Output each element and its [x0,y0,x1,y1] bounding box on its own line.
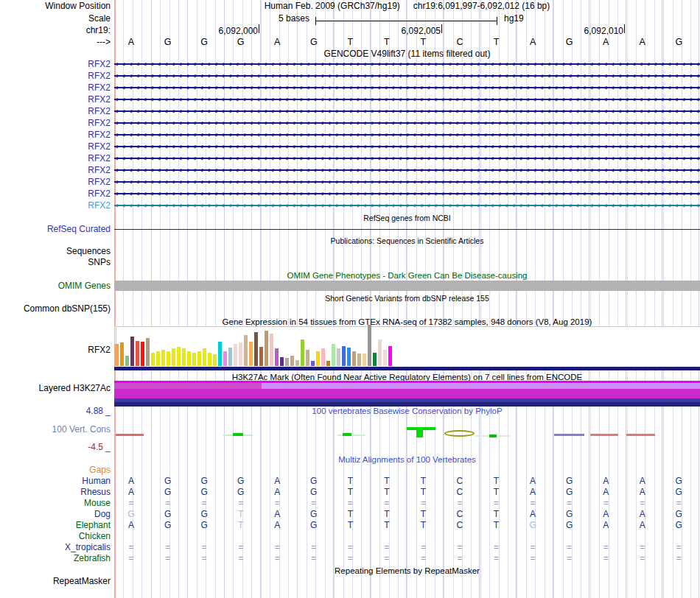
phylop-mark[interactable] [626,434,655,436]
multiz-species-label-dog[interactable]: Dog [94,508,111,520]
gencode-gene-label[interactable]: RFX2 [88,152,111,164]
gencode-gene-label[interactable]: RFX2 [88,164,111,176]
h3k27ac-layer[interactable] [114,389,700,398]
gtex-bar[interactable] [234,344,237,366]
gtex-bar[interactable] [218,342,222,366]
label-omim-genes[interactable]: OMIM Genes [58,280,111,292]
multiz-species-label-elephant[interactable]: Elephant [76,519,111,531]
h3k27ac-layer[interactable] [114,383,262,389]
gtex-bar[interactable] [337,348,340,366]
omim-track-title[interactable]: OMIM Gene Phenotypes - Dark Green Can Be… [114,270,700,281]
gtex-bar[interactable] [378,340,382,366]
phylop-mark[interactable] [416,427,423,437]
gtex-bar[interactable] [254,332,258,366]
multiz-species-label-mouse[interactable]: Mouse [84,497,111,509]
multiz-track-title[interactable]: Multiz Alignments of 100 Vertebrates [114,454,700,465]
phylop-mark[interactable] [590,434,618,436]
gtex-bar[interactable] [342,346,346,366]
gtex-bar[interactable] [187,351,191,366]
h3k27ac-layer[interactable] [262,383,700,389]
gtex-bar[interactable] [259,347,263,366]
gtex-bar[interactable] [182,348,186,366]
gtex-bar[interactable] [306,350,309,366]
multiz-species-label-zebrafish[interactable]: Zebrafish [74,552,111,564]
gtex-bar[interactable] [192,353,196,366]
h3k27ac-layer[interactable] [114,398,700,402]
gtex-bar[interactable] [316,351,320,366]
refseq-curated-line[interactable] [114,229,700,231]
phylop-mark[interactable] [444,430,475,437]
multiz-species-label-chicken[interactable]: Chicken [79,530,111,542]
gencode-gene-label[interactable]: RFX2 [88,94,111,105]
phylop-track-title[interactable]: 100 vertebrates Basewise Conservation by… [114,405,700,417]
gtex-bar[interactable] [290,356,294,366]
gtex-bar[interactable] [167,351,170,366]
gencode-gene-label[interactable]: RFX2 [88,129,111,141]
label-snps[interactable]: SNPs [88,256,111,268]
gtex-bar[interactable] [203,348,206,366]
gtex-bar[interactable] [161,350,165,366]
gtex-bar[interactable] [177,347,181,366]
gtex-bar[interactable] [115,344,119,366]
gtex-bar[interactable] [270,334,273,366]
gencode-gene-label[interactable]: RFX2 [88,200,111,211]
phylop-mark[interactable] [116,434,144,436]
gtex-bar[interactable] [208,353,211,366]
gtex-bar[interactable] [223,351,227,366]
gtex-bar[interactable] [141,342,144,366]
gtex-bar[interactable] [249,342,253,366]
gtex-bar[interactable] [239,342,242,366]
gencode-gene-label[interactable]: RFX2 [88,70,111,82]
multiz-species-label-rhesus[interactable]: Rhesus [80,486,111,498]
gtex-bar[interactable] [130,337,134,366]
publications-track-title[interactable]: Publications: Sequences in Scientific Ar… [114,235,700,247]
phylop-mark[interactable] [343,433,351,436]
repeatmasker-track-title[interactable]: Repeating Elements by RepeatMasker [114,565,700,577]
gtex-bar[interactable] [213,354,217,366]
gencode-gene-label[interactable]: RFX2 [88,176,111,188]
multiz-species-label-gaps[interactable]: Gaps [89,464,111,476]
gtex-bar[interactable] [285,358,289,366]
label-repeatmasker[interactable]: RepeatMasker [53,575,111,587]
dbsnp-track-title[interactable]: Short Genetic Variants from dbSNP releas… [114,292,700,304]
gtex-bar[interactable] [125,356,129,366]
gtex-bar[interactable] [363,353,366,366]
label-sequences[interactable]: Sequences [66,245,111,257]
gtex-bar[interactable] [347,348,351,366]
gtex-bar[interactable] [332,344,335,366]
label-common-dbsnp[interactable]: Common dbSNP(155) [24,303,111,314]
gencode-gene-label[interactable]: RFX2 [88,105,111,117]
gtex-bar[interactable] [368,325,371,366]
gtex-bar[interactable] [357,353,361,366]
gtex-bar[interactable] [301,340,304,366]
label-refseq-curated[interactable]: RefSeq Curated [47,223,111,235]
gencode-gene-label[interactable]: RFX2 [88,82,111,94]
gtex-bar[interactable] [275,348,279,366]
phylop-mark[interactable] [554,434,584,436]
gtex-bar[interactable] [373,353,377,366]
gtex-bar[interactable] [265,331,268,366]
gencode-gene-label[interactable]: RFX2 [88,58,111,70]
label-layered-h3k27ac[interactable]: Layered H3K27Ac [39,382,111,394]
gtex-bar[interactable] [146,338,150,366]
gtex-bar[interactable] [352,351,356,366]
gtex-bar[interactable] [326,361,330,366]
phylop-mark[interactable] [233,433,243,436]
multiz-species-label-human[interactable]: Human [82,475,111,487]
gtex-bar[interactable] [136,341,139,366]
phylop-mark[interactable] [489,435,497,437]
omim-gene-bar[interactable] [114,281,700,291]
gtex-bar[interactable] [321,348,325,366]
gtex-bar[interactable] [311,361,315,366]
gtex-bar[interactable] [295,360,299,366]
gtex-bar[interactable] [151,353,155,366]
gencode-gene-label[interactable]: RFX2 [88,188,111,200]
multiz-species-label-x_tropicalis[interactable]: X_tropicalis [65,541,111,553]
gtex-bar[interactable] [172,348,175,366]
gtex-bar[interactable] [280,357,284,366]
gencode-gene-label[interactable]: RFX2 [88,141,111,152]
gtex-bar[interactable] [156,351,160,366]
gtex-bar[interactable] [244,335,248,366]
gtex-bar[interactable] [228,348,232,366]
gencode-track-title[interactable]: GENCODE V49lift37 (11 items filtered out… [114,48,700,60]
